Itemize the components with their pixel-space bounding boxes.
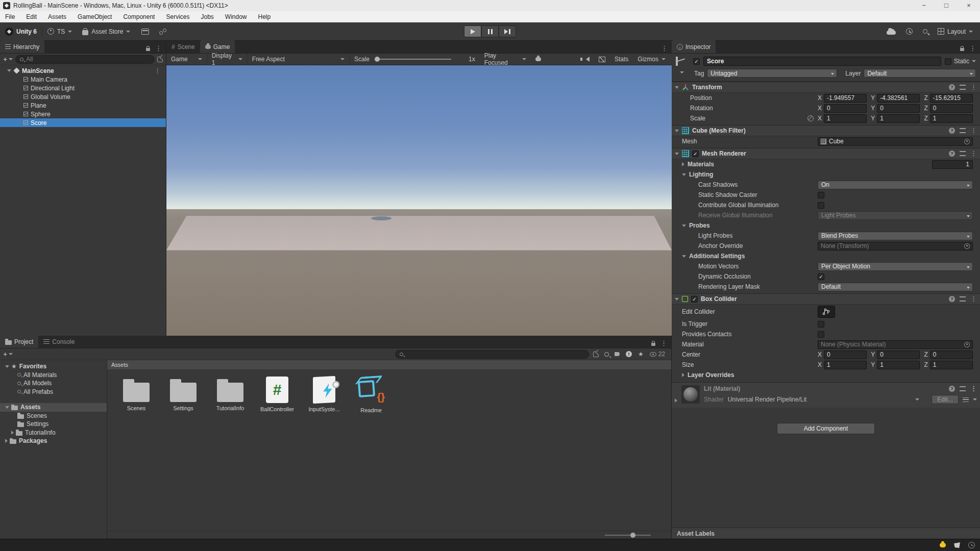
position-y-field[interactable]: -4.382561 <box>877 94 920 103</box>
anchor-override-field[interactable]: None (Transform) <box>818 242 973 251</box>
object-picker-icon[interactable] <box>964 342 970 347</box>
menu-gameobject[interactable]: GameObject <box>78 13 112 20</box>
render-queue-icon[interactable] <box>963 397 969 402</box>
hierarchy-row-mainscene[interactable]: MainScene ⋮ <box>0 66 166 75</box>
scale-slider-handle[interactable] <box>375 57 380 62</box>
box-collider-header[interactable]: ✓ Box Collider ? ⋮ <box>672 293 980 305</box>
hierarchy-row[interactable]: Global Volume <box>0 92 166 101</box>
presets-icon[interactable] <box>960 128 966 133</box>
tab-console[interactable]: Console <box>38 335 80 348</box>
help-icon[interactable]: ? <box>949 84 955 90</box>
size-x-field[interactable]: 1 <box>824 361 867 369</box>
search-by-type-icon[interactable] <box>604 352 609 356</box>
size-y-field[interactable]: 1 <box>877 361 920 369</box>
mesh-renderer-enabled-checkbox[interactable]: ✓ <box>692 151 699 157</box>
help-icon[interactable]: ? <box>949 296 955 302</box>
scale-x-field[interactable]: 1 <box>824 114 867 123</box>
cast-shadows-dropdown[interactable]: On <box>818 181 973 189</box>
hierarchy-row-selected[interactable]: Score <box>0 118 166 127</box>
static-dropdown[interactable]: Static <box>945 58 976 65</box>
foldout-open-icon[interactable] <box>675 153 679 155</box>
foldout-open-icon[interactable] <box>7 69 11 72</box>
project-search-input[interactable] <box>395 350 589 359</box>
chevron-down-icon[interactable] <box>973 398 977 400</box>
debugger-bug-icon[interactable] <box>940 543 946 547</box>
center-z-field[interactable]: 0 <box>930 350 973 359</box>
aspect-dropdown[interactable]: Free Aspect <box>248 54 350 65</box>
asset-item-readme[interactable]: {} Readme <box>351 377 391 413</box>
physics-material-field[interactable]: None (Physics Material) <box>818 340 973 349</box>
search-by-label-icon[interactable] <box>615 352 620 356</box>
package-manager-icon[interactable] <box>141 29 149 35</box>
additional-settings-foldout-row[interactable]: Additional Settings <box>672 251 980 261</box>
kebab-menu-icon[interactable]: ⋮ <box>154 68 166 73</box>
presets-icon[interactable] <box>960 151 966 156</box>
foldout-open-icon[interactable] <box>682 224 686 227</box>
motion-vectors-dropdown[interactable]: Per Object Motion <box>818 262 973 271</box>
help-icon[interactable]: ? <box>949 128 955 134</box>
mesh-renderer-header[interactable]: ✓ Mesh Renderer ? ⋮ <box>672 148 980 159</box>
foldout-closed-icon[interactable] <box>682 162 684 166</box>
asset-item-scenes[interactable]: Scenes <box>116 377 156 411</box>
kebab-menu-icon[interactable]: ⋮ <box>970 85 977 90</box>
menu-edit[interactable]: Edit <box>26 13 37 20</box>
constrain-proportions-icon[interactable] <box>807 115 814 121</box>
hierarchy-row[interactable]: Main Camera <box>0 75 166 84</box>
foldout-closed-icon[interactable] <box>682 373 684 377</box>
alert-icon[interactable]: ! <box>626 351 632 357</box>
tree-all-models[interactable]: All Models <box>0 379 107 388</box>
play-focused-dropdown[interactable]: Play Focused <box>480 54 531 65</box>
hierarchy-row[interactable]: Plane <box>0 101 166 110</box>
play-button[interactable] <box>464 26 481 37</box>
collaborate-icon[interactable] <box>159 29 166 35</box>
create-asset-button[interactable]: + <box>3 350 13 358</box>
close-button[interactable]: × <box>958 0 980 11</box>
help-icon[interactable]: ? <box>949 386 955 392</box>
rotation-y-field[interactable]: 0 <box>877 104 920 113</box>
presets-icon[interactable] <box>960 386 966 391</box>
thumbnail-zoom-slider[interactable] <box>605 535 651 536</box>
scale-y-field[interactable]: 1 <box>877 114 920 123</box>
asset-store-dropdown[interactable]: Asset Store <box>75 28 130 35</box>
scale-z-field[interactable]: 1 <box>930 114 973 123</box>
active-checkbox[interactable]: ✓ <box>693 58 700 65</box>
layout-dropdown[interactable]: Layout <box>938 28 973 35</box>
asset-item-tutorialinfo[interactable]: TutorialInfo <box>210 377 250 411</box>
position-z-field[interactable]: -15.62915 <box>930 94 973 103</box>
tree-favorites[interactable]: ★ Favorites <box>0 362 107 371</box>
kebab-menu-icon[interactable]: ⋮ <box>970 128 977 133</box>
menu-jobs[interactable]: Jobs <box>201 13 213 20</box>
kebab-menu-icon[interactable]: ⋮ <box>970 386 977 391</box>
game-viewport[interactable] <box>166 65 672 336</box>
create-object-button[interactable]: + <box>3 55 13 63</box>
foldout-open-icon[interactable] <box>675 86 679 89</box>
shader-dropdown[interactable]: Universal Render Pipeline/Lit <box>728 396 928 403</box>
tree-assets-root[interactable]: Assets <box>0 403 107 412</box>
tab-inspector[interactable]: i Inspector <box>672 40 716 53</box>
object-picker-icon[interactable] <box>964 139 970 144</box>
kebab-menu-icon[interactable]: ⋮ <box>155 46 162 51</box>
foldout-open-icon[interactable] <box>675 298 679 300</box>
foldout-open-icon[interactable] <box>5 406 9 409</box>
object-picker-icon[interactable] <box>964 243 970 249</box>
tree-scenes-folder[interactable]: Scenes <box>0 412 107 420</box>
hierarchy-search-input[interactable]: All <box>15 55 155 64</box>
tab-project[interactable]: Project <box>0 335 38 348</box>
transform-header[interactable]: Transform ? ⋮ <box>672 82 980 93</box>
foldout-open-icon[interactable] <box>675 130 679 132</box>
menu-services[interactable]: Services <box>166 13 189 20</box>
kebab-menu-icon[interactable]: ⋮ <box>660 341 667 346</box>
thumbnail-zoom-handle[interactable] <box>630 533 635 538</box>
cache-server-icon[interactable] <box>954 542 960 548</box>
vsync-button[interactable] <box>594 54 610 65</box>
provides-contacts-checkbox[interactable] <box>818 331 824 338</box>
scene-picker-icon[interactable] <box>157 57 163 62</box>
maximize-button[interactable]: □ <box>935 0 958 11</box>
dynamic-occlusion-checkbox[interactable]: ✓ <box>818 273 824 280</box>
tree-all-prefabs[interactable]: All Prefabs <box>0 388 107 396</box>
hierarchy-row[interactable]: Sphere <box>0 110 166 118</box>
tree-all-materials[interactable]: All Materials <box>0 371 107 380</box>
cloud-icon[interactable] <box>887 31 896 35</box>
foldout-closed-icon[interactable] <box>11 431 14 435</box>
asset-item-ballcontroller[interactable]: # BallController <box>257 377 297 412</box>
